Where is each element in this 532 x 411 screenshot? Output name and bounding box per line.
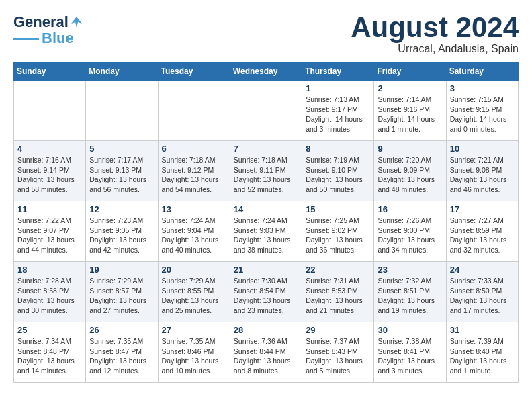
calendar-day-cell: 27Sunrise: 7:35 AM Sunset: 8:46 PM Dayli…: [158, 322, 230, 383]
calendar-week-row: 11Sunrise: 7:22 AM Sunset: 9:07 PM Dayli…: [14, 201, 519, 262]
day-info: Sunrise: 7:32 AM Sunset: 8:51 PM Dayligh…: [378, 276, 442, 316]
calendar-day-cell: 24Sunrise: 7:33 AM Sunset: 8:50 PM Dayli…: [446, 262, 518, 322]
calendar-day-cell: 19Sunrise: 7:29 AM Sunset: 8:57 PM Dayli…: [86, 262, 158, 322]
calendar-day-cell: 26Sunrise: 7:35 AM Sunset: 8:47 PM Dayli…: [86, 322, 158, 383]
calendar-day-cell: 18Sunrise: 7:28 AM Sunset: 8:58 PM Dayli…: [14, 262, 86, 322]
calendar-day-cell: 25Sunrise: 7:34 AM Sunset: 8:48 PM Dayli…: [14, 322, 86, 383]
day-number: 5: [89, 144, 154, 154]
day-number: 18: [17, 265, 82, 275]
calendar-day-cell: 28Sunrise: 7:36 AM Sunset: 8:44 PM Dayli…: [230, 322, 302, 383]
calendar-day-cell: 9Sunrise: 7:20 AM Sunset: 9:09 PM Daylig…: [374, 141, 446, 201]
day-number: 9: [378, 144, 442, 154]
day-info: Sunrise: 7:33 AM Sunset: 8:50 PM Dayligh…: [450, 276, 515, 316]
calendar-day-cell: [14, 81, 86, 141]
calendar-day-cell: 7Sunrise: 7:18 AM Sunset: 9:11 PM Daylig…: [230, 141, 302, 201]
day-info: Sunrise: 7:20 AM Sunset: 9:09 PM Dayligh…: [378, 155, 442, 195]
calendar-week-row: 18Sunrise: 7:28 AM Sunset: 8:58 PM Dayli…: [14, 262, 519, 322]
calendar-day-cell: [230, 81, 302, 141]
day-number: 22: [306, 265, 370, 275]
calendar-day-cell: 6Sunrise: 7:18 AM Sunset: 9:12 PM Daylig…: [158, 141, 230, 201]
logo-bird-icon: [70, 15, 83, 29]
day-info: Sunrise: 7:15 AM Sunset: 9:15 PM Dayligh…: [450, 95, 515, 134]
day-info: Sunrise: 7:13 AM Sunset: 9:17 PM Dayligh…: [306, 95, 370, 134]
calendar-day-cell: 30Sunrise: 7:38 AM Sunset: 8:41 PM Dayli…: [374, 322, 446, 383]
day-info: Sunrise: 7:28 AM Sunset: 8:58 PM Dayligh…: [17, 276, 82, 316]
calendar-day-cell: 31Sunrise: 7:39 AM Sunset: 8:40 PM Dayli…: [446, 322, 518, 383]
weekday-header-cell: Wednesday: [230, 62, 302, 81]
day-number: 29: [306, 325, 370, 335]
day-number: 7: [234, 144, 298, 154]
calendar-day-cell: [86, 81, 158, 141]
calendar-day-cell: 5Sunrise: 7:17 AM Sunset: 9:13 PM Daylig…: [86, 141, 158, 201]
day-info: Sunrise: 7:38 AM Sunset: 8:41 PM Dayligh…: [378, 336, 442, 376]
calendar-table: SundayMondayTuesdayWednesdayThursdayFrid…: [13, 62, 519, 383]
day-number: 11: [17, 204, 82, 214]
calendar-week-row: 4Sunrise: 7:16 AM Sunset: 9:14 PM Daylig…: [14, 141, 519, 201]
day-info: Sunrise: 7:24 AM Sunset: 9:03 PM Dayligh…: [234, 216, 298, 255]
day-number: 21: [234, 265, 298, 275]
calendar-day-cell: 1Sunrise: 7:13 AM Sunset: 9:17 PM Daylig…: [302, 81, 374, 141]
day-info: Sunrise: 7:24 AM Sunset: 9:04 PM Dayligh…: [162, 216, 226, 255]
calendar-day-cell: 3Sunrise: 7:15 AM Sunset: 9:15 PM Daylig…: [446, 81, 518, 141]
day-number: 8: [306, 144, 370, 154]
day-info: Sunrise: 7:35 AM Sunset: 8:46 PM Dayligh…: [162, 336, 226, 376]
day-number: 28: [234, 325, 298, 335]
day-info: Sunrise: 7:30 AM Sunset: 8:54 PM Dayligh…: [234, 276, 298, 316]
weekday-header-cell: Friday: [374, 62, 446, 81]
day-number: 23: [378, 265, 442, 275]
day-number: 14: [234, 204, 298, 214]
weekday-header-cell: Saturday: [446, 62, 518, 81]
day-info: Sunrise: 7:26 AM Sunset: 9:00 PM Dayligh…: [378, 216, 442, 255]
day-number: 26: [89, 325, 154, 335]
day-number: 2: [378, 83, 442, 93]
calendar-day-cell: 15Sunrise: 7:25 AM Sunset: 9:02 PM Dayli…: [302, 201, 374, 262]
calendar-week-row: 25Sunrise: 7:34 AM Sunset: 8:48 PM Dayli…: [14, 322, 519, 383]
svg-marker-0: [71, 17, 82, 28]
day-info: Sunrise: 7:34 AM Sunset: 8:48 PM Dayligh…: [17, 336, 82, 376]
day-number: 6: [162, 144, 226, 154]
day-info: Sunrise: 7:27 AM Sunset: 8:59 PM Dayligh…: [450, 216, 515, 255]
calendar-day-cell: 14Sunrise: 7:24 AM Sunset: 9:03 PM Dayli…: [230, 201, 302, 262]
day-info: Sunrise: 7:14 AM Sunset: 9:16 PM Dayligh…: [378, 95, 442, 134]
calendar-day-cell: 16Sunrise: 7:26 AM Sunset: 9:00 PM Dayli…: [374, 201, 446, 262]
logo-blue: Blue: [42, 30, 74, 47]
calendar-day-cell: 2Sunrise: 7:14 AM Sunset: 9:16 PM Daylig…: [374, 81, 446, 141]
weekday-header-cell: Sunday: [14, 62, 86, 81]
day-info: Sunrise: 7:31 AM Sunset: 8:53 PM Dayligh…: [306, 276, 370, 316]
day-info: Sunrise: 7:29 AM Sunset: 8:55 PM Dayligh…: [162, 276, 226, 316]
day-info: Sunrise: 7:22 AM Sunset: 9:07 PM Dayligh…: [17, 216, 82, 255]
day-number: 30: [378, 325, 442, 335]
calendar-day-cell: 22Sunrise: 7:31 AM Sunset: 8:53 PM Dayli…: [302, 262, 374, 322]
calendar-day-cell: 21Sunrise: 7:30 AM Sunset: 8:54 PM Dayli…: [230, 262, 302, 322]
calendar-day-cell: 23Sunrise: 7:32 AM Sunset: 8:51 PM Dayli…: [374, 262, 446, 322]
day-number: 24: [450, 265, 515, 275]
day-info: Sunrise: 7:37 AM Sunset: 8:43 PM Dayligh…: [306, 336, 370, 376]
day-number: 4: [17, 144, 82, 154]
calendar-body: 1Sunrise: 7:13 AM Sunset: 9:17 PM Daylig…: [14, 81, 519, 383]
day-info: Sunrise: 7:25 AM Sunset: 9:02 PM Dayligh…: [306, 216, 370, 255]
day-number: 19: [89, 265, 154, 275]
day-number: 27: [162, 325, 226, 335]
day-number: 31: [450, 325, 515, 335]
weekday-header-cell: Tuesday: [158, 62, 230, 81]
calendar-day-cell: 8Sunrise: 7:19 AM Sunset: 9:10 PM Daylig…: [302, 141, 374, 201]
logo: General Blue: [13, 13, 83, 47]
day-number: 1: [306, 83, 370, 93]
day-number: 25: [17, 325, 82, 335]
day-number: 20: [162, 265, 226, 275]
calendar-day-cell: [158, 81, 230, 141]
month-year-title: August 2024: [351, 13, 519, 42]
day-info: Sunrise: 7:18 AM Sunset: 9:11 PM Dayligh…: [234, 155, 298, 195]
calendar-day-cell: 11Sunrise: 7:22 AM Sunset: 9:07 PM Dayli…: [14, 201, 86, 262]
day-info: Sunrise: 7:29 AM Sunset: 8:57 PM Dayligh…: [89, 276, 154, 316]
day-info: Sunrise: 7:19 AM Sunset: 9:10 PM Dayligh…: [306, 155, 370, 195]
weekday-header-cell: Monday: [86, 62, 158, 81]
day-number: 16: [378, 204, 442, 214]
day-info: Sunrise: 7:16 AM Sunset: 9:14 PM Dayligh…: [17, 155, 82, 195]
day-number: 10: [450, 144, 515, 154]
calendar-day-cell: 13Sunrise: 7:24 AM Sunset: 9:04 PM Dayli…: [158, 201, 230, 262]
day-number: 15: [306, 204, 370, 214]
weekday-header-cell: Thursday: [302, 62, 374, 81]
day-info: Sunrise: 7:36 AM Sunset: 8:44 PM Dayligh…: [234, 336, 298, 376]
calendar-day-cell: 12Sunrise: 7:23 AM Sunset: 9:05 PM Dayli…: [86, 201, 158, 262]
